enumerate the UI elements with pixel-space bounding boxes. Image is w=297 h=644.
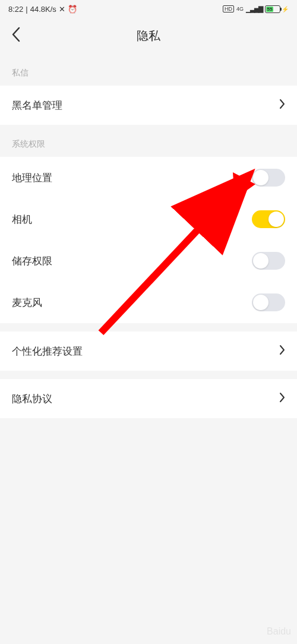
status-netspeed: 44.8K/s — [30, 5, 56, 14]
page-header: 隐私 — [0, 18, 297, 53]
section-private-msg: 黑名单管理 — [0, 86, 297, 125]
camera-item: 相机 — [0, 198, 297, 240]
section-header-private-msg: 私信 — [0, 53, 297, 86]
chevron-left-icon — [11, 26, 20, 43]
microphone-item: 麦克风 — [0, 282, 297, 323]
microphone-toggle[interactable] — [252, 293, 285, 311]
storage-toggle[interactable] — [252, 252, 285, 270]
toggle-knob — [253, 253, 268, 269]
location-toggle[interactable] — [252, 169, 285, 187]
camera-toggle[interactable] — [252, 210, 285, 228]
status-left: 8:22 | 44.8K/s ✕ ⏰ — [8, 5, 77, 14]
network-type: 4G — [236, 6, 244, 12]
signal-icon: ▁▃▅▇ — [246, 5, 263, 13]
personalization-item[interactable]: 个性化推荐设置 — [0, 332, 297, 371]
chevron-right-icon — [279, 391, 285, 406]
toggle-knob — [253, 295, 268, 310]
toggle-knob — [253, 170, 268, 185]
charging-icon: ⚡ — [282, 6, 289, 12]
camera-label: 相机 — [12, 213, 32, 226]
section-system-perms: 地理位置 相机 储存权限 麦克风 — [0, 157, 297, 323]
section-privacy-policy: 隐私协议 — [0, 379, 297, 418]
privacy-policy-item[interactable]: 隐私协议 — [0, 379, 297, 418]
storage-label: 储存权限 — [12, 254, 52, 268]
microphone-label: 麦克风 — [12, 296, 42, 310]
back-button[interactable] — [11, 26, 20, 46]
watermark: Baidu — [267, 626, 291, 637]
location-item: 地理位置 — [0, 157, 297, 198]
personalization-label: 个性化推荐设置 — [12, 345, 83, 358]
blacklist-item[interactable]: 黑名单管理 — [0, 86, 297, 125]
battery-indicator: 55 ⚡ — [265, 5, 289, 13]
battery-fill: 55 — [266, 7, 273, 12]
section-header-system-perms: 系统权限 — [0, 125, 297, 157]
location-label: 地理位置 — [12, 171, 52, 185]
privacy-policy-label: 隐私协议 — [12, 392, 52, 406]
battery-icon: 55 — [265, 5, 280, 13]
toggle-knob — [268, 211, 284, 227]
storage-item: 储存权限 — [0, 240, 297, 282]
mute-icon: ✕ — [59, 5, 65, 14]
hd-badge: HD — [223, 5, 234, 12]
status-bar: 8:22 | 44.8K/s ✕ ⏰ HD 4G ▁▃▅▇ 55 ⚡ — [0, 0, 297, 18]
alarm-icon: ⏰ — [68, 5, 77, 14]
status-time: 8:22 — [8, 5, 23, 14]
status-right: HD 4G ▁▃▅▇ 55 ⚡ — [223, 5, 289, 13]
section-personalization: 个性化推荐设置 — [0, 332, 297, 371]
page-title: 隐私 — [137, 28, 160, 44]
chevron-right-icon — [279, 343, 285, 359]
chevron-right-icon — [279, 97, 285, 113]
status-divider: | — [26, 5, 27, 14]
blacklist-label: 黑名单管理 — [12, 99, 62, 112]
